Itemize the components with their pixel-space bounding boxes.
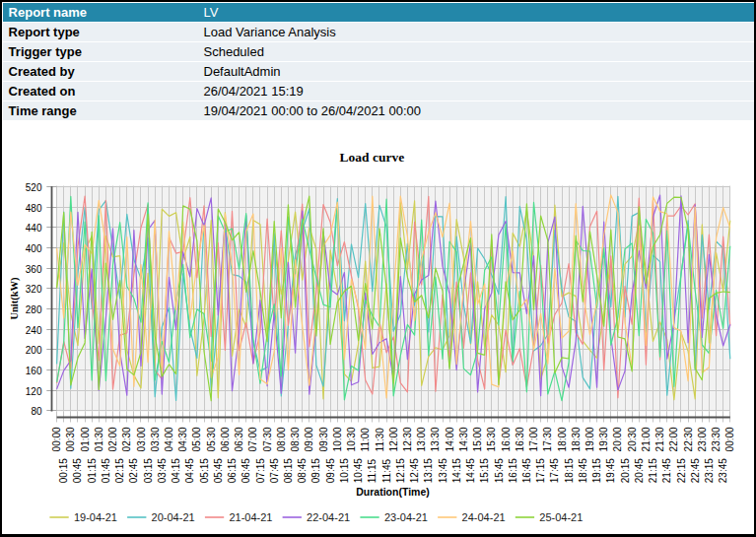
svg-text:17:15: 17:15 (535, 458, 546, 483)
svg-text:23:30: 23:30 (711, 427, 722, 451)
svg-text:280: 280 (26, 304, 42, 315)
svg-text:05:30: 05:30 (206, 427, 217, 451)
svg-text:480: 480 (26, 203, 42, 214)
svg-text:07:00: 07:00 (248, 427, 259, 451)
svg-text:00:15: 00:15 (58, 458, 69, 483)
svg-text:17:00: 17:00 (528, 427, 539, 451)
svg-text:18:30: 18:30 (571, 427, 582, 451)
svg-text:12:15: 12:15 (395, 458, 406, 483)
svg-text:03:30: 03:30 (150, 427, 161, 451)
svg-text:11:45: 11:45 (381, 458, 392, 483)
svg-text:11:30: 11:30 (375, 428, 385, 452)
svg-text:04:30: 04:30 (177, 427, 188, 451)
svg-text:01:30: 01:30 (94, 427, 104, 451)
svg-text:09:15: 09:15 (311, 458, 322, 483)
svg-text:06:45: 06:45 (241, 458, 251, 483)
svg-text:04:45: 04:45 (184, 458, 195, 483)
svg-text:02:15: 02:15 (114, 458, 125, 483)
svg-text:02:30: 02:30 (121, 427, 132, 451)
svg-text:19:15: 19:15 (591, 458, 602, 483)
svg-text:18:15: 18:15 (564, 458, 575, 483)
svg-text:200: 200 (26, 345, 42, 356)
svg-text:Load curve: Load curve (340, 150, 405, 165)
svg-text:06:30: 06:30 (234, 427, 244, 451)
svg-text:22-04-21: 22-04-21 (307, 511, 350, 523)
svg-text:07:30: 07:30 (262, 427, 273, 451)
svg-text:16:30: 16:30 (515, 427, 525, 451)
svg-text:06:00: 06:00 (220, 427, 231, 451)
svg-text:20:00: 20:00 (613, 427, 624, 451)
svg-text:160: 160 (26, 366, 42, 376)
svg-text:01:15: 01:15 (87, 458, 98, 483)
svg-text:09:45: 09:45 (325, 458, 336, 483)
svg-text:22:45: 22:45 (690, 458, 701, 483)
svg-text:320: 320 (26, 284, 42, 295)
svg-text:05:45: 05:45 (213, 458, 224, 483)
svg-text:11:15: 11:15 (367, 458, 378, 483)
svg-text:04:00: 04:00 (164, 427, 174, 451)
svg-text:21:00: 21:00 (641, 427, 652, 451)
svg-text:23:15: 23:15 (704, 458, 715, 483)
svg-text:08:15: 08:15 (283, 458, 294, 483)
svg-text:19-04-21: 19-04-21 (74, 511, 117, 523)
svg-text:04:15: 04:15 (171, 458, 181, 483)
svg-text:08:30: 08:30 (290, 427, 301, 451)
svg-text:07:15: 07:15 (255, 458, 266, 483)
svg-text:24-04-21: 24-04-21 (462, 511, 506, 523)
svg-text:21:45: 21:45 (661, 458, 672, 483)
svg-text:22:00: 22:00 (669, 427, 680, 451)
svg-text:00:00: 00:00 (51, 427, 62, 451)
svg-text:16:15: 16:15 (508, 458, 518, 483)
svg-text:10:30: 10:30 (346, 427, 357, 451)
svg-text:19:30: 19:30 (598, 427, 609, 451)
svg-text:14:00: 14:00 (445, 427, 455, 451)
svg-text:14:15: 14:15 (451, 458, 462, 483)
svg-text:12:30: 12:30 (402, 427, 413, 451)
svg-text:10:45: 10:45 (353, 458, 364, 483)
svg-text:23-04-21: 23-04-21 (384, 511, 428, 523)
svg-text:240: 240 (26, 325, 42, 336)
svg-text:14:45: 14:45 (465, 458, 476, 483)
svg-text:06:15: 06:15 (227, 458, 238, 483)
svg-text:20:45: 20:45 (634, 458, 645, 483)
svg-text:520: 520 (26, 182, 42, 193)
svg-text:25-04-21: 25-04-21 (539, 511, 583, 523)
svg-text:22:15: 22:15 (676, 458, 687, 483)
svg-text:Unit(kW): Unit(kW) (9, 277, 21, 320)
svg-text:19:45: 19:45 (605, 458, 616, 483)
svg-text:10:00: 10:00 (332, 427, 343, 451)
svg-text:Duration(Time): Duration(Time) (356, 486, 429, 498)
svg-text:02:00: 02:00 (107, 427, 118, 451)
svg-text:13:15: 13:15 (423, 458, 434, 483)
svg-text:19:00: 19:00 (584, 427, 595, 451)
svg-text:05:00: 05:00 (192, 427, 203, 451)
svg-text:11:00: 11:00 (360, 428, 371, 452)
svg-text:21:30: 21:30 (654, 427, 665, 451)
svg-text:08:00: 08:00 (276, 427, 287, 451)
svg-text:02:45: 02:45 (129, 458, 140, 483)
svg-text:440: 440 (26, 223, 42, 234)
svg-text:13:00: 13:00 (416, 427, 427, 451)
svg-text:18:00: 18:00 (557, 427, 568, 451)
svg-text:23:00: 23:00 (697, 427, 708, 451)
svg-text:08:45: 08:45 (297, 458, 308, 483)
svg-text:20-04-21: 20-04-21 (152, 511, 195, 523)
svg-text:16:00: 16:00 (501, 427, 512, 451)
svg-text:14:30: 14:30 (458, 427, 469, 451)
svg-text:16:45: 16:45 (521, 458, 532, 483)
svg-text:17:45: 17:45 (550, 458, 561, 483)
svg-text:20:30: 20:30 (627, 427, 638, 451)
svg-text:00:30: 00:30 (65, 427, 76, 451)
svg-text:00:45: 00:45 (73, 458, 84, 483)
svg-text:13:30: 13:30 (431, 427, 442, 451)
svg-text:00:00: 00:00 (724, 427, 735, 451)
svg-text:21-04-21: 21-04-21 (229, 511, 272, 523)
svg-text:18:45: 18:45 (578, 458, 588, 483)
svg-text:360: 360 (26, 264, 42, 275)
svg-text:23:45: 23:45 (718, 458, 728, 483)
svg-text:20:15: 20:15 (620, 458, 631, 483)
svg-text:120: 120 (26, 386, 42, 397)
svg-text:15:45: 15:45 (494, 458, 505, 483)
svg-text:15:30: 15:30 (486, 427, 497, 451)
svg-text:12:45: 12:45 (409, 458, 420, 483)
